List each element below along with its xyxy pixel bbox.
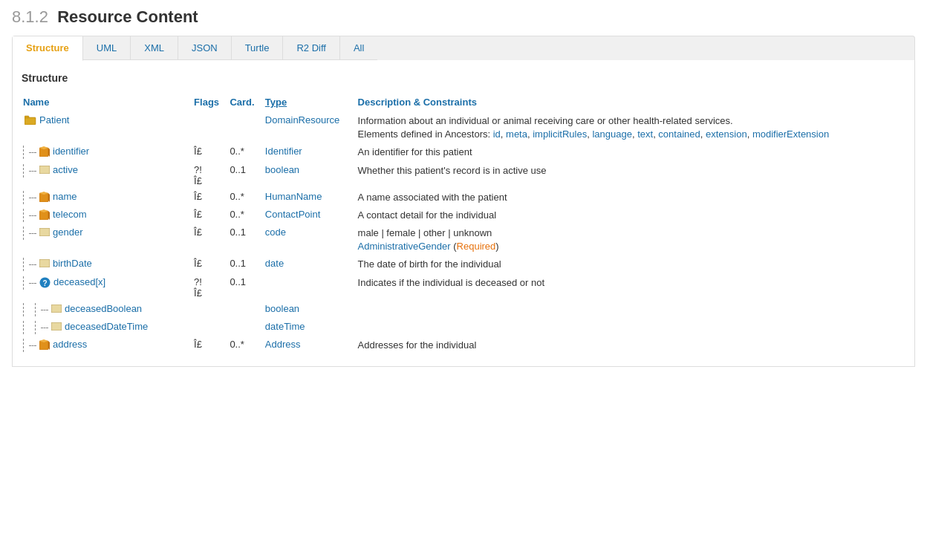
flags-cell: Î£ [192, 189, 228, 206]
svg-rect-1 [25, 116, 29, 118]
field-name-link[interactable]: address [53, 339, 87, 350]
type-link[interactable]: boolean [265, 164, 299, 175]
col-flags: Flags [192, 94, 228, 112]
field-name-link[interactable]: telecom [53, 209, 87, 220]
type-link[interactable]: HumanName [265, 191, 322, 202]
field-name-link[interactable]: identifier [53, 146, 89, 157]
field-name-link[interactable]: deceasedBoolean [65, 303, 142, 314]
desc-link[interactable]: implici [533, 128, 559, 140]
desc-link[interactable]: meta [506, 128, 527, 140]
name-cell: ?deceased[x] [22, 274, 192, 301]
type-cell: code [264, 224, 357, 255]
name-cell: birthDate [22, 255, 192, 273]
flags-cell: Î£ [192, 336, 228, 354]
svg-marker-5 [48, 148, 50, 157]
field-name-link[interactable]: gender [53, 227, 82, 238]
flags-cell: Î£ [192, 206, 228, 224]
type-cell: boolean [264, 162, 357, 189]
type-cell: HumanName [264, 189, 357, 206]
col-type: Type [264, 94, 357, 112]
type-link[interactable]: boolean [265, 303, 299, 314]
table-row: telecomÎ£0..*ContactPointA contact detai… [22, 206, 905, 224]
flags-cell [192, 319, 228, 336]
tab-json[interactable]: JSON [178, 36, 232, 60]
cardinality-cell: 0..1 [228, 162, 263, 189]
type-cell: Address [264, 336, 357, 354]
type-cell: Identifier [264, 143, 357, 161]
cardinality-cell: 0..* [228, 189, 263, 206]
svg-rect-14 [39, 259, 50, 267]
svg-marker-21 [48, 341, 50, 350]
type-link[interactable]: ContactPoint [265, 209, 320, 220]
flags-cell: ?! Î£ [192, 162, 228, 189]
description-cell: The date of birth for the individual [357, 255, 905, 273]
type-link[interactable]: code [265, 227, 286, 238]
type-link[interactable]: dateTime [265, 321, 305, 332]
desc-link[interactable]: extension [706, 128, 747, 140]
flags-cell: ?! Î£ [192, 274, 228, 301]
table-row: addressÎ£0..*AddressAddresses for the in… [22, 336, 905, 354]
cardinality-cell: 0..1 [228, 224, 263, 255]
type-cell: date [264, 255, 357, 273]
type-link[interactable]: date [265, 258, 284, 269]
required-link[interactable]: Required [457, 241, 496, 252]
description-cell [357, 301, 905, 319]
tab-turtle[interactable]: Turtle [232, 36, 284, 60]
tab-uml[interactable]: UML [83, 36, 131, 60]
svg-rect-13 [39, 228, 50, 236]
description-cell: An identifier for this patient [357, 143, 905, 161]
table-row: identifierÎ£0..*IdentifierAn identifier … [22, 143, 905, 161]
description-cell: Whether this patient's record is in acti… [357, 162, 905, 189]
title-text: Resource Content [57, 7, 198, 26]
content-area: Structure Name Flags Card. Type Descript… [12, 60, 915, 367]
cardinality-cell: 0..1 [228, 274, 263, 301]
field-name-link[interactable]: active [53, 164, 78, 175]
svg-rect-6 [39, 166, 50, 174]
svg-rect-18 [51, 322, 62, 331]
desc-link[interactable]: text [637, 128, 653, 140]
field-name-link[interactable]: deceased[x] [53, 276, 105, 287]
name-cell: address [22, 336, 192, 354]
tab-r2diff[interactable]: R2 Diff [283, 36, 340, 60]
tab-structure[interactable]: Structure [13, 36, 83, 61]
desc-link[interactable]: id [493, 128, 501, 140]
desc-link[interactable]: tRules [559, 128, 587, 140]
description-cell: male | female | other | unknownAdministr… [357, 224, 905, 255]
desc-link[interactable]: contained [658, 128, 700, 140]
name-cell: deceasedDateTime [22, 319, 192, 336]
desc-link[interactable]: modifierExtension [752, 128, 829, 140]
table-row: PatientDomainResourceInformation about a… [22, 112, 905, 143]
cardinality-cell: 0..* [228, 143, 263, 161]
tab-xml[interactable]: XML [131, 36, 178, 60]
rect-icon [51, 322, 62, 333]
rect-icon [39, 227, 50, 238]
type-link[interactable]: Address [265, 339, 301, 350]
type-link[interactable]: Identifier [265, 146, 302, 157]
field-name-link[interactable]: Patient [39, 114, 69, 126]
cube-icon [39, 192, 50, 204]
cube-icon [39, 146, 50, 159]
type-link[interactable]: DomainResource [265, 114, 339, 126]
binding-link[interactable]: AdministrativeGender [358, 241, 451, 252]
table-row: ?deceased[x]?! Î£0..1Indicates if the in… [22, 274, 905, 301]
tab-all[interactable]: All [340, 36, 377, 60]
field-name-link[interactable]: deceasedDateTime [65, 321, 148, 332]
cube-icon [39, 209, 50, 222]
name-cell: active [22, 162, 192, 189]
description-cell [357, 319, 905, 336]
description-cell: A name associated with the patient [357, 189, 905, 206]
flags-cell [192, 301, 228, 319]
rect-icon [51, 304, 62, 315]
rect-icon [39, 258, 50, 270]
table-row: birthDateÎ£0..1dateThe date of birth for… [22, 255, 905, 273]
field-name-link[interactable]: name [53, 191, 77, 202]
type-cell: dateTime [264, 319, 357, 336]
cardinality-cell: 0..* [228, 336, 263, 354]
desc-link[interactable]: language [592, 128, 632, 140]
page-title: 8.1.2 Resource Content [12, 7, 915, 27]
type-cell: ContactPoint [264, 206, 357, 224]
svg-text:?: ? [42, 279, 47, 287]
type-cell [264, 274, 357, 301]
cube-icon [39, 339, 50, 352]
field-name-link[interactable]: birthDate [53, 258, 92, 269]
